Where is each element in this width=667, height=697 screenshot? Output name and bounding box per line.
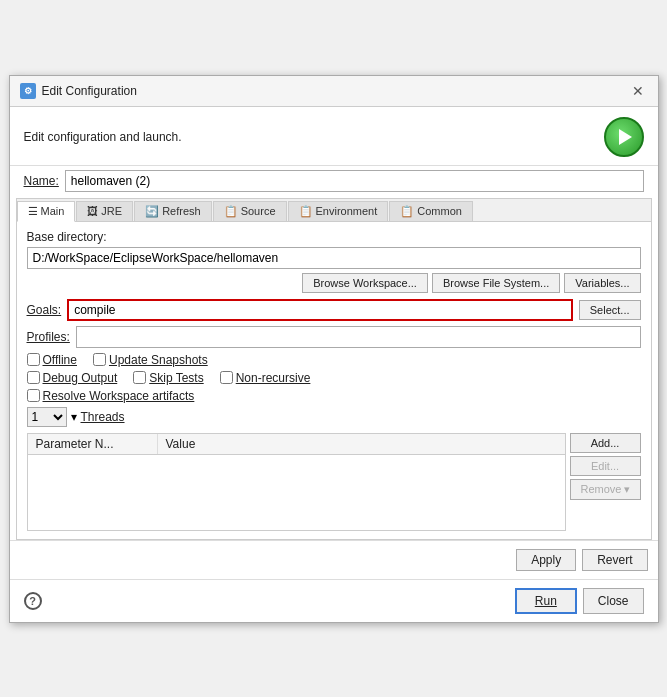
base-directory-input[interactable] [27,247,641,269]
footer-buttons: Run Close [515,588,644,614]
header-subtitle: Edit configuration and launch. [24,130,182,144]
tab-source-label: Source [241,205,276,217]
revert-button[interactable]: Revert [582,549,647,571]
tab-jre-icon: 🖼 [87,205,98,217]
name-input[interactable] [65,170,644,192]
profiles-label: Profiles: [27,330,70,344]
checkboxes-row-1: Offline Update Snapshots [27,353,641,367]
debug-output-checkbox-item: Debug Output [27,371,118,385]
skip-tests-checkbox-item: Skip Tests [133,371,203,385]
remove-dropdown-icon: ▾ [624,483,630,496]
tab-refresh-icon: 🔄 [145,205,159,218]
browse-buttons-row: Browse Workspace... Browse File System..… [27,273,641,293]
browse-workspace-button[interactable]: Browse Workspace... [302,273,428,293]
remove-button[interactable]: Remove ▾ [570,479,641,500]
tab-main-icon: ☰ [28,205,38,218]
footer: ? Run Close [10,579,658,622]
skip-tests-label[interactable]: Skip Tests [149,371,203,385]
update-snapshots-checkbox-item: Update Snapshots [93,353,208,367]
non-recursive-checkbox-item: Non-recursive [220,371,311,385]
tab-common[interactable]: 📋 Common [389,201,473,221]
goals-input[interactable] [67,299,573,321]
name-label: Name: [24,174,59,188]
main-tab-content: Base directory: Browse Workspace... Brow… [17,222,651,539]
header-area: Edit configuration and launch. [10,107,658,165]
parameters-table-section: Parameter N... Value Add... Edit... Remo… [27,433,641,531]
dialog-title: Edit Configuration [42,84,137,98]
tab-jre-label: JRE [101,205,122,217]
close-button[interactable]: ✕ [628,82,648,100]
remove-label: Remove [581,483,622,495]
launch-button[interactable] [604,117,644,157]
checkboxes-row-2: Debug Output Skip Tests Non-recursive [27,371,641,385]
tab-refresh-label: Refresh [162,205,201,217]
tab-jre[interactable]: 🖼 JRE [76,201,133,221]
tab-source-icon: 📋 [224,205,238,218]
table-col-value: Value [158,434,565,454]
apply-button[interactable]: Apply [516,549,576,571]
table-body [28,455,565,530]
tabs-bar: ☰ Main 🖼 JRE 🔄 Refresh 📋 Source 📋 Enviro… [17,199,651,222]
skip-tests-checkbox[interactable] [133,371,146,384]
debug-output-checkbox[interactable] [27,371,40,384]
resolve-workspace-checkbox[interactable] [27,389,40,402]
apply-revert-row: Apply Revert [10,540,658,579]
tab-environment-icon: 📋 [299,205,313,218]
title-bar-left: ⚙ Edit Configuration [20,83,137,99]
browse-filesystem-button[interactable]: Browse File System... [432,273,560,293]
variables-button[interactable]: Variables... [564,273,640,293]
run-button[interactable]: Run [515,588,577,614]
tab-main[interactable]: ☰ Main [17,201,76,222]
tab-common-label: Common [417,205,462,217]
tab-refresh[interactable]: 🔄 Refresh [134,201,212,221]
play-icon [619,129,632,145]
parameters-table: Parameter N... Value [27,433,566,531]
title-bar: ⚙ Edit Configuration ✕ [10,76,658,107]
add-button[interactable]: Add... [570,433,641,453]
tab-main-label: Main [41,205,65,217]
tab-environment-label: Environment [316,205,378,217]
offline-checkbox-item: Offline [27,353,77,367]
tab-common-icon: 📋 [400,205,414,218]
edit-configuration-dialog: ⚙ Edit Configuration ✕ Edit configuratio… [9,75,659,623]
base-directory-label: Base directory: [27,230,641,244]
offline-checkbox[interactable] [27,353,40,366]
update-snapshots-label[interactable]: Update Snapshots [109,353,208,367]
threads-row: 1 2 4 ▾ Threads [27,407,641,427]
goals-row: Goals: Select... [27,299,641,321]
content-area: ☰ Main 🖼 JRE 🔄 Refresh 📋 Source 📋 Enviro… [16,198,652,540]
dialog-icon: ⚙ [20,83,36,99]
goals-label: Goals: [27,303,62,317]
table-action-buttons: Add... Edit... Remove ▾ [570,433,641,531]
non-recursive-checkbox[interactable] [220,371,233,384]
edit-button[interactable]: Edit... [570,456,641,476]
help-button[interactable]: ? [24,592,42,610]
non-recursive-label[interactable]: Non-recursive [236,371,311,385]
close-footer-button[interactable]: Close [583,588,644,614]
table-header: Parameter N... Value [28,434,565,455]
profiles-input[interactable] [76,326,641,348]
resolve-workspace-label[interactable]: Resolve Workspace artifacts [43,389,195,403]
name-row: Name: [10,165,658,198]
threads-dropdown-icon: ▾ [71,410,77,424]
tab-environment[interactable]: 📋 Environment [288,201,389,221]
threads-select[interactable]: 1 2 4 [27,407,67,427]
update-snapshots-checkbox[interactable] [93,353,106,366]
table-col-parameter: Parameter N... [28,434,158,454]
offline-label[interactable]: Offline [43,353,77,367]
tab-source[interactable]: 📋 Source [213,201,287,221]
profiles-row: Profiles: [27,326,641,348]
resolve-row: Resolve Workspace artifacts [27,389,641,403]
debug-output-label[interactable]: Debug Output [43,371,118,385]
threads-label: Threads [81,410,125,424]
select-button[interactable]: Select... [579,300,641,320]
base-directory-row [27,247,641,269]
